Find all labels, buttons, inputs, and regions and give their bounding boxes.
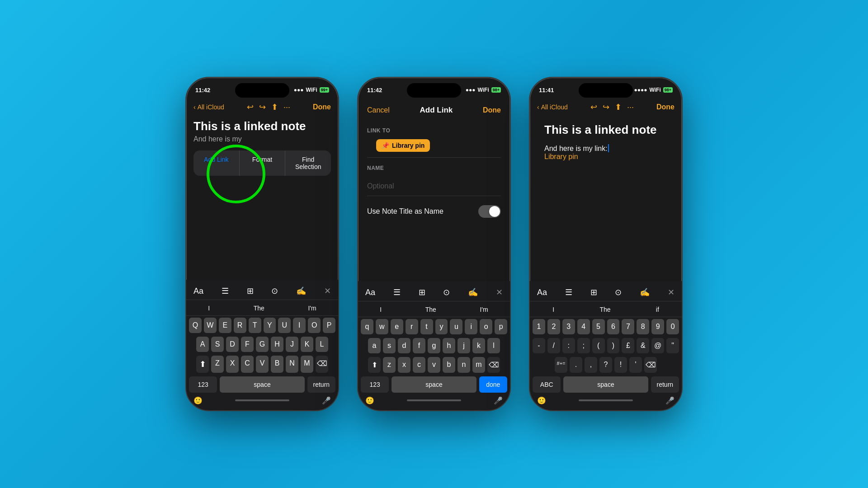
close-keyboard-button-2[interactable]: ✕ — [496, 287, 503, 297]
key-l[interactable]: L — [316, 337, 328, 352]
key3-apos[interactable]: ' — [629, 357, 642, 373]
nav-back-3[interactable]: ‹ All iCloud — [537, 103, 568, 111]
font-tool-2[interactable]: Aa — [365, 288, 375, 297]
key3-semi[interactable]: ; — [577, 338, 590, 353]
key-y[interactable]: Y — [264, 318, 276, 333]
key2-n[interactable]: n — [458, 357, 470, 373]
more-icon-3[interactable]: ··· — [627, 103, 634, 112]
key3-6[interactable]: 6 — [607, 319, 620, 334]
pencil-tool-2[interactable]: ✍ — [468, 287, 478, 297]
camera-tool[interactable]: ⊙ — [271, 286, 278, 296]
key2-x[interactable]: x — [398, 357, 410, 373]
key2-p[interactable]: p — [495, 319, 507, 334]
key2-w[interactable]: w — [376, 319, 388, 334]
key3-at[interactable]: @ — [651, 338, 664, 353]
key-r[interactable]: R — [234, 318, 246, 333]
mic-button-2[interactable]: 🎤 — [494, 396, 503, 405]
key-b[interactable]: B — [271, 356, 283, 373]
key-a[interactable]: A — [196, 337, 209, 352]
key3-8[interactable]: 8 — [637, 319, 649, 334]
pred-the-3[interactable]: The — [594, 304, 616, 315]
key2-z[interactable]: z — [383, 357, 396, 373]
key-d[interactable]: D — [226, 337, 239, 352]
key-x[interactable]: X — [226, 356, 239, 373]
share-icon-1[interactable]: ⬆ — [271, 102, 278, 112]
pencil-tool[interactable]: ✍ — [296, 286, 306, 296]
name-input-field[interactable]: Optional — [367, 177, 501, 196]
redo-icon-1[interactable]: ↪ — [259, 102, 266, 112]
key3-slash[interactable]: / — [547, 338, 560, 353]
key3-colon[interactable]: : — [562, 338, 575, 353]
key2-u[interactable]: u — [450, 319, 462, 334]
key-z[interactable]: Z — [211, 356, 224, 373]
font-tool[interactable]: Aa — [193, 286, 203, 296]
key-c[interactable]: C — [241, 356, 254, 373]
redo-icon-3[interactable]: ↪ — [603, 102, 609, 112]
close-keyboard-button-3[interactable]: ✕ — [668, 287, 675, 297]
key-v[interactable]: V — [256, 356, 269, 373]
key-f[interactable]: F — [241, 337, 254, 352]
key3-quest[interactable]: ? — [599, 357, 612, 373]
space-key-2[interactable]: space — [392, 376, 476, 393]
key3-7[interactable]: 7 — [622, 319, 634, 334]
key2-b[interactable]: b — [443, 357, 455, 373]
emoji-button-2[interactable]: 🙂 — [365, 396, 374, 405]
key2-o[interactable]: o — [480, 319, 492, 334]
key2-d[interactable]: d — [398, 338, 410, 353]
modal-done-button[interactable]: Done — [483, 106, 501, 114]
key2-c[interactable]: c — [413, 357, 425, 373]
key2-l[interactable]: l — [487, 338, 500, 353]
pred-i-3[interactable]: I — [547, 304, 560, 315]
key2-g[interactable]: g — [428, 338, 440, 353]
numbers-key-2[interactable]: 123 — [361, 376, 389, 393]
key3-minus[interactable]: - — [533, 338, 545, 353]
key2-v[interactable]: v — [428, 357, 440, 373]
abc-key-3[interactable]: ABC — [533, 376, 561, 393]
key3-dot[interactable]: . — [570, 357, 582, 373]
space-key-3[interactable]: space — [563, 376, 648, 393]
key-t[interactable]: T — [249, 318, 261, 333]
key3-oparen[interactable]: ( — [592, 338, 605, 353]
done-button-1[interactable]: Done — [313, 103, 331, 111]
mic-button-3[interactable]: 🎤 — [665, 396, 675, 405]
toggle-switch[interactable] — [478, 205, 501, 218]
backspace-key-3[interactable]: ⌫ — [644, 357, 657, 373]
key2-j[interactable]: j — [458, 338, 470, 353]
key-e[interactable]: E — [219, 318, 231, 333]
key-p[interactable]: P — [323, 318, 335, 333]
camera-tool-3[interactable]: ⊙ — [615, 287, 622, 297]
key3-0[interactable]: 0 — [666, 319, 679, 334]
key3-1[interactable]: 1 — [533, 319, 545, 334]
key-u[interactable]: U — [278, 318, 291, 333]
share-icon-3[interactable]: ⬆ — [615, 102, 622, 112]
library-pin-link[interactable]: Library pin — [544, 153, 578, 160]
key2-h[interactable]: h — [443, 338, 455, 353]
list-tool[interactable]: ☰ — [222, 286, 229, 296]
done-key-2[interactable]: done — [479, 376, 507, 393]
key3-4[interactable]: 4 — [577, 319, 590, 334]
undo-icon-3[interactable]: ↩ — [590, 102, 597, 112]
backspace-key[interactable]: ⌫ — [316, 356, 328, 373]
key-m[interactable]: M — [301, 356, 313, 373]
cancel-button[interactable]: Cancel — [367, 106, 390, 114]
key2-a[interactable]: a — [368, 338, 381, 353]
key3-cparen[interactable]: ) — [607, 338, 620, 353]
table-tool-3[interactable]: ⊞ — [590, 287, 597, 297]
key2-e[interactable]: e — [391, 319, 403, 334]
shift-key-2[interactable]: ⬆ — [368, 357, 381, 373]
key-j[interactable]: J — [286, 337, 298, 352]
key3-pound[interactable]: £ — [622, 338, 634, 353]
prediction-im[interactable]: I'm — [302, 303, 321, 314]
key3-excl[interactable]: ! — [614, 357, 627, 373]
emoji-button-1[interactable]: 🙂 — [193, 396, 203, 405]
pencil-tool-3[interactable]: ✍ — [640, 287, 650, 297]
key-i[interactable]: I — [293, 318, 306, 333]
camera-tool-2[interactable]: ⊙ — [443, 287, 450, 297]
more-icon-1[interactable]: ··· — [283, 103, 290, 112]
key2-s[interactable]: s — [383, 338, 396, 353]
pred-if-3[interactable]: if — [651, 304, 665, 315]
key3-3[interactable]: 3 — [562, 319, 575, 334]
list-tool-2[interactable]: ☰ — [393, 287, 401, 297]
key-h[interactable]: H — [271, 337, 283, 352]
pred-i-2[interactable]: I — [374, 304, 387, 315]
